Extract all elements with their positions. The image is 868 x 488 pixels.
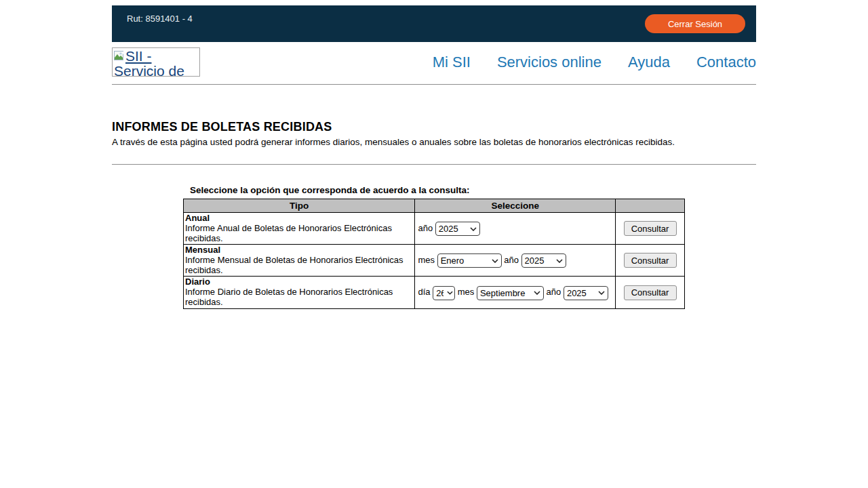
diario-tipo-cell: Diario Informe Diario de Boletas de Hono… <box>184 277 415 309</box>
mensual-year-select[interactable]: 2025 <box>521 253 566 268</box>
anual-type-label: Anual <box>185 213 412 223</box>
diario-month-select[interactable]: Septiembre <box>477 286 544 300</box>
nav-link-servicios-online[interactable]: Servicios online <box>497 54 601 71</box>
diario-day-select-wrap: 26 <box>433 285 455 301</box>
page-title: INFORMES DE BOLETAS RECIBIDAS <box>112 121 756 134</box>
diario-month-label: mes <box>458 287 475 297</box>
page-description: A través de esta página usted podrá gene… <box>112 137 756 148</box>
anual-action-cell: Consultar <box>616 213 685 245</box>
diario-type-label: Diario <box>185 277 412 287</box>
consulta-prompt: Seleccione la opción que corresponda de … <box>183 185 685 195</box>
session-bar: Rut: 8591401 - 4 Cerrar Sesión <box>112 5 756 42</box>
main-navigation: Mi SII Servicios online Ayuda Contacto <box>433 54 756 71</box>
report-row-anual: Anual Informe Anual de Boletas de Honora… <box>184 213 685 245</box>
anual-tipo-cell: Anual Informe Anual de Boletas de Honora… <box>184 213 415 245</box>
mensual-month-label: mes <box>418 255 435 265</box>
diario-seleccione-cell: día 26 mes Septiembre año <box>415 277 616 309</box>
page-container: Rut: 8591401 - 4 Cerrar Sesión SII - Ser… <box>112 0 756 309</box>
anual-year-label: año <box>418 223 433 233</box>
mensual-consultar-button[interactable]: Consultar <box>624 253 677 268</box>
rut-label: Rut: 8591401 - 4 <box>127 14 193 42</box>
nav-link-mi-sii[interactable]: Mi SII <box>433 54 471 71</box>
mensual-action-cell: Consultar <box>616 245 685 277</box>
reports-table: Tipo Seleccione Anual Informe Anual de B… <box>183 199 685 309</box>
anual-year-select[interactable]: 2025 <box>435 222 480 236</box>
seleccione-column-header: Seleccione <box>415 199 616 213</box>
sii-logo-link[interactable]: SII - Servicio de <box>112 47 200 77</box>
mensual-year-select-wrap: 2025 <box>521 253 566 268</box>
mensual-seleccione-cell: mes Enero año 2025 <box>415 245 616 277</box>
diario-day-label: día <box>418 287 430 297</box>
diario-action-cell: Consultar <box>616 277 685 309</box>
report-row-diario: Diario Informe Diario de Boletas de Hono… <box>184 277 685 309</box>
mensual-month-select[interactable]: Enero <box>437 253 502 268</box>
mensual-month-select-wrap: Enero <box>437 253 502 268</box>
diario-day-select[interactable]: 26 <box>433 286 455 300</box>
anual-year-select-wrap: 2025 <box>435 221 480 237</box>
consulta-section: Seleccione la opción que corresponda de … <box>183 185 685 309</box>
header-divider <box>112 84 756 85</box>
diario-month-select-wrap: Septiembre <box>477 285 544 301</box>
actions-column-header <box>616 199 685 213</box>
diario-consultar-button[interactable]: Consultar <box>624 285 677 300</box>
mensual-type-description: Informe Mensual de Boletas de Honorarios… <box>185 255 403 275</box>
mensual-tipo-cell: Mensual Informe Mensual de Boletas de Ho… <box>184 245 415 277</box>
anual-consultar-button[interactable]: Consultar <box>624 221 677 236</box>
anual-seleccione-cell: año 2025 <box>415 213 616 245</box>
logout-button[interactable]: Cerrar Sesión <box>645 14 745 33</box>
nav-link-contacto[interactable]: Contacto <box>696 54 756 71</box>
mensual-type-label: Mensual <box>185 245 412 255</box>
report-row-mensual: Mensual Informe Mensual de Boletas de Ho… <box>184 245 685 277</box>
diario-type-description: Informe Diario de Boletas de Honorarios … <box>185 287 393 307</box>
diario-year-select-wrap: 2025 <box>564 285 608 301</box>
table-header-row: Tipo Seleccione <box>184 199 685 213</box>
diario-year-label: año <box>547 287 561 297</box>
broken-image-icon <box>114 51 125 61</box>
mensual-year-label: año <box>504 255 519 265</box>
tipo-column-header: Tipo <box>184 199 415 213</box>
content-divider <box>112 164 756 165</box>
nav-link-ayuda[interactable]: Ayuda <box>628 54 670 71</box>
logo-alt-text: SII - Servicio de <box>114 48 184 77</box>
diario-year-select[interactable]: 2025 <box>564 286 608 300</box>
anual-type-description: Informe Anual de Boletas de Honorarios E… <box>185 223 392 243</box>
site-header: SII - Servicio de Mi SII Servicios onlin… <box>112 47 756 77</box>
